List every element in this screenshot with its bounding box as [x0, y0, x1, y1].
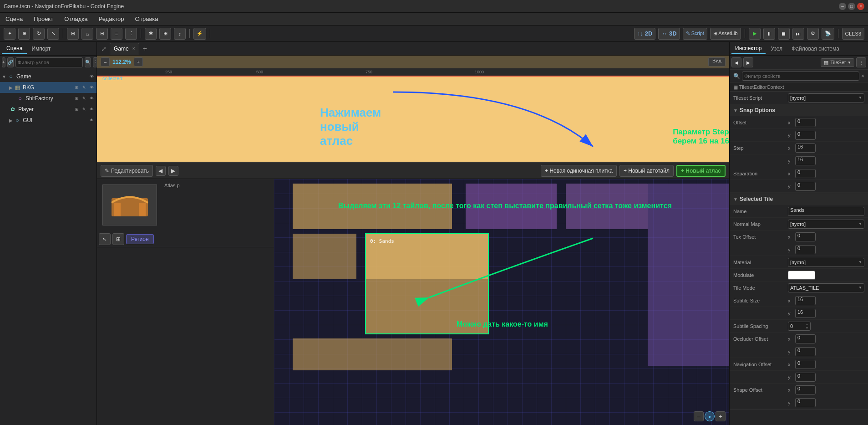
nav-back-btn[interactable]: ◀ — [156, 166, 166, 176]
new-single-btn[interactable]: + Новая одиночная плитка — [541, 165, 617, 177]
selected-tile-header[interactable]: ▼ Selected Tile — [730, 193, 868, 205]
grid-btn[interactable]: ⊞ — [159, 28, 171, 40]
player-eye-icon[interactable]: 👁 — [88, 106, 95, 113]
zoom-out-tile-btn[interactable]: – — [694, 411, 704, 421]
camera-btn[interactable]: ✱ — [145, 28, 157, 40]
maximize-button[interactable]: □ — [848, 3, 855, 10]
insp-prev-btn[interactable]: ◀ — [731, 57, 741, 67]
subtile-spacing-field[interactable]: 0 ▲ ▼ — [788, 322, 811, 331]
occ-y-field[interactable]: 0 — [795, 347, 816, 356]
zoom-in-tile-btn[interactable]: + — [716, 411, 726, 421]
step-y-field[interactable]: 16 — [795, 156, 816, 165]
tex-y-field[interactable]: 0 — [795, 245, 816, 254]
shape-x-field[interactable]: 0 — [795, 385, 816, 394]
snap-btn[interactable]: ⊞ — [67, 28, 79, 40]
select-tool[interactable]: ↖ — [99, 233, 111, 245]
remote-btn[interactable]: 📡 — [822, 28, 834, 40]
sep-x-field[interactable]: 0 — [795, 169, 816, 178]
factory-eye-icon[interactable]: 👁 — [88, 95, 95, 102]
view-dropdown-btn[interactable]: Вид — [708, 57, 726, 67]
filter-btn[interactable]: 🔍 — [85, 57, 91, 67]
nav-y-field[interactable]: 0 — [795, 373, 816, 382]
material-dropdown[interactable]: [пусто] ▼ — [788, 258, 864, 267]
tile-canvas[interactable]: 0: Sands Выделяем эти 12 тайлов, после т… — [274, 179, 729, 425]
spin-down[interactable]: ▼ — [806, 326, 808, 330]
pause-btn[interactable]: ⏸ — [763, 28, 775, 40]
select-tool-btn[interactable]: ✦ — [4, 28, 15, 40]
insp-options-btn[interactable]: ⋮ — [856, 57, 866, 67]
normal-map-dropdown[interactable]: [пусто] ▼ — [788, 220, 864, 229]
occ-x-field[interactable]: 0 — [795, 334, 816, 343]
mode-2d-btn[interactable]: ↑↓ 2D — [634, 28, 655, 40]
expand-btn[interactable]: ⤢ — [99, 44, 109, 54]
subtile-x-field[interactable]: 16 — [795, 296, 816, 305]
tab-game[interactable]: Game × — [110, 43, 139, 55]
zoom-in-btn[interactable]: + — [134, 57, 143, 67]
snap-options-header[interactable]: ▼ Snap Options — [730, 104, 868, 116]
offset-x-field[interactable]: 0 — [795, 118, 816, 127]
move-tool-btn[interactable]: ⊕ — [18, 28, 30, 40]
region-badge[interactable]: Регион — [126, 234, 154, 244]
link-node-btn[interactable]: 🔗 — [7, 57, 14, 67]
script-btn[interactable]: ✎ Script — [683, 28, 707, 40]
lock-btn[interactable]: ⌂ — [81, 28, 93, 40]
factory-script-icon[interactable]: ✎ — [81, 95, 87, 102]
player-script-icon[interactable]: ✎ — [81, 106, 87, 113]
tile-name-field[interactable]: Sands — [788, 207, 864, 216]
factory-anim-icon[interactable]: ⊞ — [74, 95, 80, 102]
bkg-anim-icon[interactable]: ⊞ — [74, 84, 80, 91]
zoom-out-btn[interactable]: – — [101, 57, 110, 67]
assetlib-btn[interactable]: ⊞ AssetLib — [710, 28, 741, 40]
edit-btn[interactable]: ✎ Редактировать — [101, 165, 153, 177]
add-node-btn[interactable]: + — [2, 57, 5, 67]
tileset-script-dropdown[interactable]: [пусто] ▼ — [788, 93, 864, 102]
rotate-tool-btn[interactable]: ↻ — [33, 28, 45, 40]
bkg-script-icon[interactable]: ✎ — [81, 84, 87, 91]
ruler-btn[interactable]: ↕ — [174, 28, 186, 40]
step-x-field[interactable]: 16 — [795, 143, 816, 153]
gui-eye-icon[interactable]: 👁 — [88, 117, 95, 123]
mode-3d-btn[interactable]: ↔ 3D — [658, 28, 680, 40]
tile-mode-dropdown[interactable]: ATLAS_TILE ▼ — [788, 283, 864, 292]
tree-item-bkg[interactable]: ▶ ▦ BKG ⊞ ✎ 👁 — [0, 82, 96, 93]
stop-btn[interactable]: ⏹ — [778, 28, 790, 40]
menu-editor[interactable]: Редактор — [97, 15, 126, 23]
scale-tool-btn[interactable]: ⤡ — [47, 28, 59, 40]
bone-btn[interactable]: ⚡ — [193, 28, 206, 40]
minimize-button[interactable]: – — [839, 3, 846, 10]
tree-item-gui[interactable]: ▶ ○ GUI 👁 — [0, 115, 96, 126]
tree-item-game[interactable]: ▼ ○ Game 👁 — [0, 71, 96, 82]
menu-project[interactable]: Проект — [32, 15, 55, 23]
tab-filesystem[interactable]: Файловая система — [788, 44, 843, 54]
debug-btn[interactable]: ⚙ — [807, 28, 819, 40]
gles-btn[interactable]: GLES3 — [842, 28, 864, 40]
tree-item-player[interactable]: ✿ Player ⊞ ✎ 👁 — [0, 104, 96, 115]
tree-item-factory[interactable]: ○ ShitFactory ⊞ ✎ 👁 — [0, 93, 96, 104]
align-btn[interactable]: ≡ — [111, 28, 122, 40]
play-btn[interactable]: ▶ — [749, 28, 761, 40]
spin-up[interactable]: ▲ — [806, 323, 808, 326]
menu-scene[interactable]: Сцена — [4, 15, 25, 23]
filter-nodes-input[interactable] — [15, 57, 83, 67]
subtile-y-field[interactable]: 16 — [795, 309, 816, 318]
close-button[interactable]: × — [857, 3, 864, 10]
offset-y-field[interactable]: 0 — [795, 131, 816, 140]
bkg-eye-icon[interactable]: 👁 — [88, 84, 95, 91]
tab-close-icon[interactable]: × — [132, 46, 135, 51]
menu-help[interactable]: Справка — [133, 15, 160, 23]
add-tab-btn[interactable]: + — [140, 44, 150, 54]
player-anim-icon[interactable]: ⊞ — [74, 106, 80, 113]
group-btn[interactable]: ⊟ — [96, 28, 108, 40]
more-btn[interactable]: ⋮ — [125, 28, 137, 40]
nav-forward-btn[interactable]: ▶ — [168, 166, 178, 176]
shape-y-field[interactable]: 0 — [795, 398, 816, 407]
sep-y-field[interactable]: 0 — [795, 182, 816, 191]
tab-scene[interactable]: Сцена — [2, 43, 27, 54]
insp-next-btn[interactable]: ▶ — [743, 57, 753, 67]
nav-x-field[interactable]: 0 — [795, 360, 816, 369]
tab-import[interactable]: Импорт — [27, 44, 55, 54]
filter-properties-input[interactable] — [742, 72, 859, 81]
tileset-badge[interactable]: ▦ TileSet ▼ — [821, 58, 854, 67]
tab-node[interactable]: Узел — [767, 44, 787, 54]
new-auto-btn[interactable]: + Новый автотайл — [619, 165, 674, 177]
